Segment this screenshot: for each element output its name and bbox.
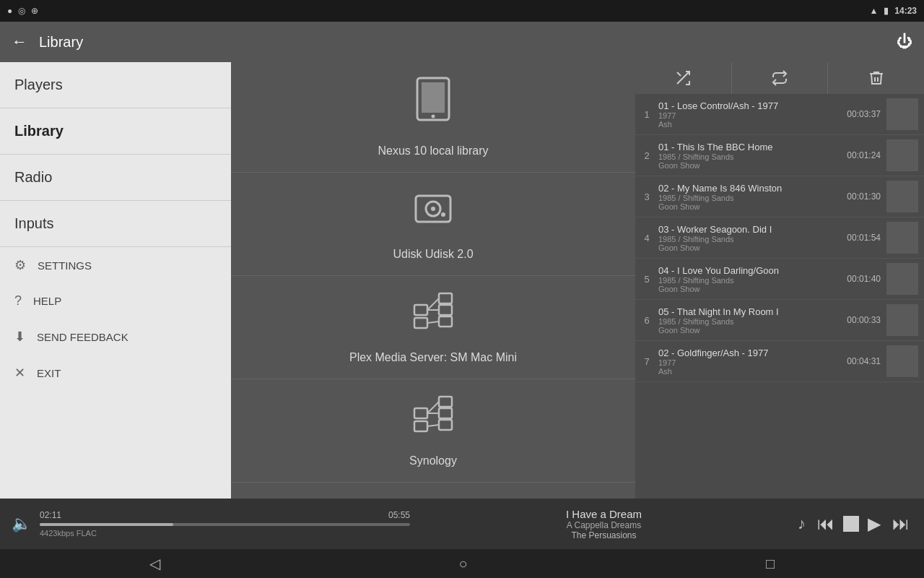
battery-icon: ▮ (884, 6, 889, 16)
track-duration: 00:04:31 (847, 356, 881, 366)
track-title: 02 - Goldfinger/Ash - 1977 (658, 348, 841, 358)
progress-bar[interactable] (40, 523, 410, 526)
track-info: 03 - Worker Seagoon. Did I 1985 / Shifti… (658, 224, 841, 252)
sidebar-item-library[interactable]: Library (0, 108, 231, 155)
track-number: 1 (641, 109, 653, 120)
track-thumbnail (886, 345, 918, 377)
source-synology[interactable]: Synology (231, 379, 635, 483)
track-year: 1985 / Shifting Sands (658, 194, 841, 202)
track-artist: Goon Show (658, 202, 841, 211)
track-duration: 00:01:24 (847, 150, 881, 160)
playlist-row[interactable]: 3 02 - My Name Is 846 Winston 1985 / Shi… (635, 176, 924, 217)
total-time: 05:55 (388, 510, 410, 520)
track-thumbnail (886, 222, 918, 254)
volume-icon[interactable]: 🔈 (12, 514, 31, 533)
now-playing-title: I Have a Dream (419, 508, 789, 520)
svg-rect-1 (422, 82, 445, 113)
track-thumbnail (886, 181, 918, 212)
settings-menu-item[interactable]: ⚙ SETTINGS (0, 247, 231, 283)
network-icon-synology (411, 394, 455, 447)
now-playing: I Have a Dream A Cappella Dreams The Per… (419, 508, 789, 540)
track-duration: 00:01:30 (847, 191, 881, 202)
track-year: 1985 / Shifting Sands (658, 276, 841, 285)
status-icon-1: ● (7, 6, 12, 16)
exit-label: EXIT (37, 367, 61, 379)
prev-button[interactable]: ⏮ (814, 511, 837, 537)
back-button[interactable]: ← (12, 33, 27, 51)
track-number: 6 (641, 315, 653, 326)
svg-rect-11 (414, 318, 427, 328)
svg-rect-16 (439, 397, 452, 407)
track-title: 03 - Worker Seagoon. Did I (658, 224, 841, 235)
track-thumbnail (886, 98, 918, 130)
source-udisk-label: Udisk Udisk 2.0 (393, 248, 473, 261)
help-menu-item[interactable]: ? HELP (0, 283, 231, 319)
svg-rect-8 (439, 293, 452, 303)
nav-recent-button[interactable]: □ (766, 556, 775, 572)
status-icon-2: ◎ (18, 6, 25, 16)
nav-back-button[interactable]: ◁ (149, 555, 160, 572)
sidebar-item-radio[interactable]: Radio (0, 155, 231, 201)
progress-times: 02:11 05:55 (40, 510, 410, 520)
status-icons-right: ▲ ▮ 14:23 (869, 6, 917, 16)
sidebar-item-inputs[interactable]: Inputs (0, 201, 231, 247)
source-nexus[interactable]: Nexus 10 local library (231, 62, 635, 173)
playlist-row[interactable]: 2 01 - This Is The BBC Home 1985 / Shift… (635, 135, 924, 176)
playlist-panel: 1 01 - Lose Control/Ash - 1977 1977 Ash … (635, 62, 924, 499)
track-artist: Goon Show (658, 161, 841, 170)
track-number: 2 (641, 150, 653, 161)
track-year: 1985 / Shifting Sands (658, 235, 841, 243)
track-number: 3 (641, 191, 653, 202)
track-number: 5 (641, 274, 653, 285)
sources-list: Nexus 10 local library Udisk Udisk 2.0 (231, 62, 635, 499)
track-year: 1977 (658, 358, 841, 367)
settings-icon: ⚙ (14, 257, 26, 273)
track-duration: 00:03:37 (847, 109, 881, 119)
playlist-row[interactable]: 4 03 - Worker Seagoon. Did I 1985 / Shif… (635, 217, 924, 259)
feedback-label: SEND FEEDBACK (37, 331, 128, 343)
track-title: 02 - My Name Is 846 Winston (658, 183, 841, 194)
player-controls: ⏮ ▶ ⏭ (814, 511, 912, 537)
progress-fill (40, 523, 173, 526)
track-number: 4 (641, 233, 653, 243)
repeat-button[interactable] (732, 62, 829, 94)
track-artist: Goon Show (658, 326, 841, 335)
feedback-menu-item[interactable]: ⬇ SEND FEEDBACK (0, 319, 231, 355)
svg-line-14 (427, 322, 439, 323)
track-info: 01 - Lose Control/Ash - 1977 1977 Ash (658, 100, 841, 129)
status-bar: ● ◎ ⊕ ▲ ▮ 14:23 (0, 0, 924, 22)
playlist-row[interactable]: 7 02 - Goldfinger/Ash - 1977 1977 Ash 00… (635, 341, 924, 382)
source-plex[interactable]: Plex Media Server: SM Mac Mini (231, 276, 635, 379)
track-info: 01 - This Is The BBC Home 1985 / Shiftin… (658, 142, 841, 170)
track-artist: Goon Show (658, 243, 841, 252)
track-year: 1985 / Shifting Sands (658, 317, 841, 326)
playlist-row[interactable]: 5 04 - I Love You Darling/Goon 1985 / Sh… (635, 259, 924, 300)
track-thumbnail (886, 304, 918, 336)
source-nexus-label: Nexus 10 local library (378, 144, 489, 158)
playlist-row[interactable]: 6 05 - That Night In My Room I 1985 / Sh… (635, 300, 924, 341)
svg-point-2 (432, 115, 435, 118)
sidebar-item-players[interactable]: Players (0, 62, 231, 108)
next-button[interactable]: ⏭ (889, 511, 912, 537)
power-button[interactable]: ⏻ (897, 33, 912, 51)
time-display: 14:23 (894, 6, 917, 16)
status-icon-3: ⊕ (31, 6, 38, 16)
source-mybook[interactable]: MyBookMarketing-Twonky (231, 483, 635, 499)
playlist-row[interactable]: 1 01 - Lose Control/Ash - 1977 1977 Ash … (635, 94, 924, 135)
bitrate-display: 4423kbps FLAC (40, 529, 410, 538)
svg-point-6 (441, 212, 445, 217)
nav-home-button[interactable]: ○ (458, 556, 467, 572)
stop-button[interactable] (843, 516, 859, 532)
source-udisk[interactable]: Udisk Udisk 2.0 (231, 173, 635, 276)
track-title: 04 - I Love You Darling/Goon (658, 265, 841, 276)
exit-menu-item[interactable]: ✕ EXIT (0, 355, 231, 391)
hdd-icon (411, 187, 455, 241)
track-number: 7 (641, 356, 653, 367)
svg-line-22 (427, 425, 439, 426)
svg-rect-19 (414, 421, 427, 431)
svg-rect-17 (439, 408, 452, 418)
play-button[interactable]: ▶ (865, 511, 884, 537)
shuffle-button[interactable] (635, 62, 732, 94)
delete-button[interactable] (828, 62, 924, 94)
svg-line-12 (427, 298, 439, 310)
